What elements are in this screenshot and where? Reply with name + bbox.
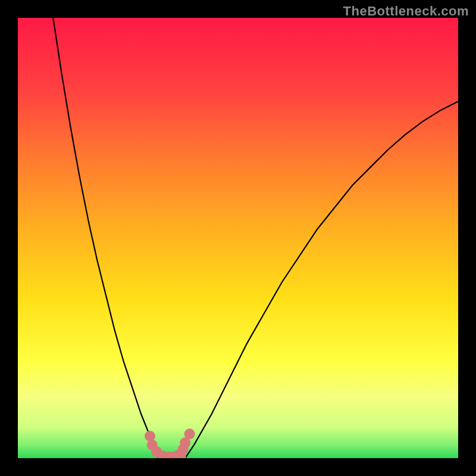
- gradient-background: [18, 18, 458, 458]
- data-marker: [184, 428, 195, 439]
- plot-svg: [18, 18, 458, 458]
- chart-container: TheBottleneck.com: [0, 0, 476, 476]
- watermark-text: TheBottleneck.com: [343, 4, 469, 19]
